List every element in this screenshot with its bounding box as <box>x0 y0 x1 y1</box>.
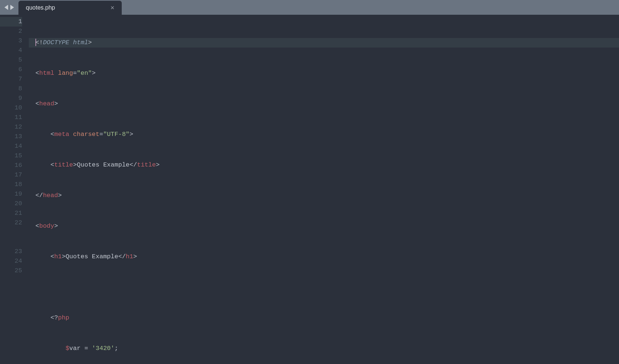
line-number[interactable]: 8 <box>0 84 22 94</box>
code-line[interactable]: <!DOCTYPE html> <box>29 38 619 48</box>
line-number[interactable]: 19 <box>0 189 22 199</box>
line-number[interactable]: 10 <box>0 103 22 113</box>
close-icon[interactable]: × <box>110 4 114 11</box>
line-number[interactable]: 25 <box>0 266 22 276</box>
line-number[interactable]: 21 <box>0 209 22 218</box>
code-line[interactable]: <title>Quotes Example</title> <box>29 160 619 170</box>
line-number[interactable]: 1 <box>0 17 22 27</box>
nav-forward-icon[interactable] <box>10 5 14 10</box>
line-number[interactable]: 15 <box>0 151 22 161</box>
line-number[interactable]: 18 <box>0 180 22 189</box>
code-line[interactable]: <meta charset="UTF-8"> <box>29 130 619 139</box>
line-number[interactable]: 6 <box>0 65 22 74</box>
line-number[interactable]: 13 <box>0 132 22 141</box>
code-line[interactable]: </head> <box>29 191 619 200</box>
code-line[interactable]: $var = '3420'; <box>29 344 619 353</box>
code-line[interactable]: <body> <box>29 221 619 231</box>
nav-back-icon[interactable] <box>4 5 8 10</box>
line-number[interactable]: 22 <box>0 218 22 247</box>
code-line[interactable]: <h1>Quotes Example</h1> <box>29 252 619 262</box>
toolbar: quotes.php × <box>0 0 619 15</box>
code-line[interactable]: <html lang="en"> <box>29 69 619 78</box>
code-line[interactable]: <head> <box>29 99 619 109</box>
code-line[interactable] <box>29 283 619 292</box>
gutter: 1 2 3 4 5 6 7 8 9 10 11 12 13 14 15 16 1… <box>0 16 29 364</box>
code-line[interactable]: <?php <box>29 313 619 323</box>
line-number[interactable]: 11 <box>0 113 22 122</box>
line-number[interactable]: 9 <box>0 94 22 103</box>
line-number[interactable]: 5 <box>0 55 22 65</box>
tab-title: quotes.php <box>26 4 55 11</box>
line-number[interactable]: 24 <box>0 256 22 266</box>
line-number[interactable]: 20 <box>0 199 22 209</box>
line-number[interactable]: 2 <box>0 27 22 36</box>
editor: 1 2 3 4 5 6 7 8 9 10 11 12 13 14 15 16 1… <box>0 15 619 364</box>
code-area[interactable]: <!DOCTYPE html> <html lang="en"> <head> … <box>29 16 619 364</box>
line-number[interactable]: 4 <box>0 46 22 55</box>
nav-arrows <box>0 0 18 15</box>
line-number[interactable]: 12 <box>0 122 22 132</box>
line-number[interactable]: 16 <box>0 161 22 170</box>
tab-quotes-php[interactable]: quotes.php × <box>18 1 122 15</box>
line-number[interactable]: 17 <box>0 170 22 180</box>
line-number[interactable]: 3 <box>0 36 22 46</box>
line-number[interactable]: 7 <box>0 74 22 84</box>
line-number[interactable]: 14 <box>0 141 22 151</box>
line-number[interactable]: 23 <box>0 247 22 256</box>
